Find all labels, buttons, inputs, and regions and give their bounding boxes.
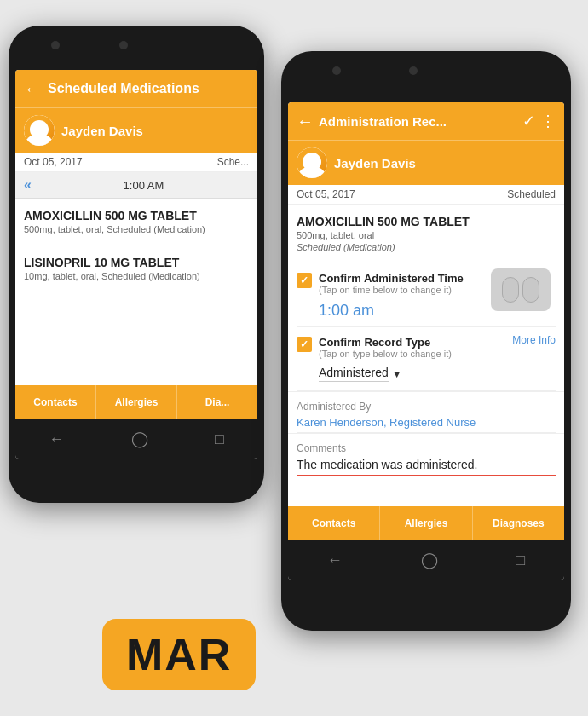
confirm-time-labels: Confirm Administered Time (Tap on time b… bbox=[319, 272, 464, 295]
phone-2-screen: ← Administration Rec... ✓ ⋮ Jayden Davis bbox=[288, 102, 564, 580]
screen-1-content: ← Scheduled Medications Jayden Davis bbox=[15, 70, 257, 459]
phone1-date: Oct 05, 2017 bbox=[24, 156, 83, 168]
phone2-nav-bar: ← ◯ □ bbox=[288, 540, 564, 580]
avatar-body-1 bbox=[26, 134, 52, 146]
back-button-1[interactable]: ← bbox=[24, 79, 41, 99]
phone-1: ← Scheduled Medications Jayden Davis bbox=[9, 26, 264, 503]
med-name-1: AMOXICILLIN 500 MG TABLET bbox=[24, 209, 249, 222]
screen-2-content: ← Administration Rec... ✓ ⋮ Jayden Davis bbox=[288, 102, 564, 580]
confirm-type-labels: Confirm Record Type (Tap on type below t… bbox=[319, 336, 452, 359]
med-item-2[interactable]: LISINOPRIL 10 MG TABLET 10mg, tablet, or… bbox=[15, 245, 257, 292]
phone1-time-row: « 1:00 AM bbox=[15, 172, 257, 199]
phone2-med-detail2: Scheduled (Medication) bbox=[297, 242, 556, 252]
phone1-status: Sche... bbox=[217, 156, 249, 168]
phone2-tab-contacts[interactable]: Contacts bbox=[288, 506, 380, 540]
phone1-avatar bbox=[24, 115, 55, 146]
confirm-type-sublabel: (Tap on type below to change it) bbox=[319, 349, 452, 359]
phone2-med-info: AMOXICILLIN 500 MG TABLET 500mg, tablet,… bbox=[288, 205, 564, 263]
med-name-2: LISINOPRIL 10 MG TABLET bbox=[24, 256, 249, 269]
mar-badge: MAR bbox=[102, 619, 256, 690]
camera-1 bbox=[51, 41, 60, 49]
pill-1 bbox=[502, 277, 519, 303]
confirm-time-checkbox[interactable]: ✓ bbox=[297, 273, 312, 288]
confirm-type-checkbox[interactable]: ✓ bbox=[297, 337, 312, 352]
avatar-inner-1 bbox=[24, 115, 55, 146]
pill-image bbox=[491, 268, 551, 311]
confirm-type-label: Confirm Record Type bbox=[319, 336, 452, 349]
phone2-tab-allergies[interactable]: Allergies bbox=[380, 506, 472, 540]
back-nav-icon-2[interactable]: ← bbox=[327, 551, 343, 569]
avatar-body-2 bbox=[299, 166, 325, 178]
avatar-inner-2 bbox=[297, 147, 327, 178]
phone2-med-detail1: 500mg, tablet, oral bbox=[297, 230, 556, 240]
check-icon[interactable]: ✓ bbox=[522, 112, 535, 130]
admin-by-name: Karen Henderson, Registered Nurse bbox=[297, 416, 556, 429]
check-mark-2: ✓ bbox=[300, 338, 308, 350]
med-detail-2: 10mg, tablet, oral, Scheduled (Medicatio… bbox=[24, 271, 249, 281]
dropdown-value[interactable]: Administered bbox=[319, 366, 389, 382]
comments-label: Comments bbox=[297, 442, 556, 454]
med-detail-1: 500mg, tablet, oral, Scheduled (Medicati… bbox=[24, 224, 249, 234]
administered-by-section: Administered By Karen Henderson, Registe… bbox=[288, 391, 564, 432]
phone2-patient-bar: Jayden Davis bbox=[288, 140, 564, 185]
confirm-time-label: Confirm Administered Time bbox=[319, 272, 464, 285]
phone1-tab-contacts[interactable]: Contacts bbox=[15, 385, 96, 419]
home-nav-icon-2[interactable]: ◯ bbox=[421, 551, 438, 569]
mar-text: MAR bbox=[126, 630, 232, 679]
phone-2: ← Administration Rec... ✓ ⋮ Jayden Davis bbox=[281, 51, 571, 631]
recents-nav-icon-1[interactable]: □ bbox=[215, 430, 224, 448]
back-button-2[interactable]: ← bbox=[297, 112, 314, 131]
phone2-bottom-tabs: Contacts Allergies Diagnoses bbox=[288, 506, 564, 540]
phone2-status: Scheduled bbox=[507, 188, 556, 200]
dropdown-arrow-icon[interactable]: ▼ bbox=[392, 368, 402, 380]
phone1-time: 1:00 AM bbox=[38, 179, 249, 192]
phone-1-screen: ← Scheduled Medications Jayden Davis bbox=[15, 70, 257, 459]
dropdown-row: Administered ▼ bbox=[288, 362, 564, 390]
confirm-time-sublabel: (Tap on time below to change it) bbox=[319, 285, 464, 295]
phone1-nav-bar: ← ◯ □ bbox=[15, 419, 257, 459]
pill-2 bbox=[522, 277, 539, 303]
scene: ← Scheduled Medications Jayden Davis bbox=[0, 0, 588, 716]
phone2-patient-name: Jayden Davis bbox=[334, 156, 416, 170]
phone1-patient-name: Jayden Davis bbox=[61, 124, 143, 138]
confirm-time-section: ✓ Confirm Administered Time (Tap on time… bbox=[288, 263, 564, 326]
phone1-header: ← Scheduled Medications bbox=[15, 70, 257, 107]
phone1-title: Scheduled Medications bbox=[48, 81, 249, 96]
phone2-tab-diagnoses[interactable]: Diagnoses bbox=[473, 506, 564, 540]
camera-2 bbox=[119, 41, 128, 49]
phone1-tab-dia[interactable]: Dia... bbox=[177, 385, 257, 419]
phone2-header: ← Administration Rec... ✓ ⋮ bbox=[288, 102, 564, 140]
camera-3 bbox=[332, 66, 341, 75]
phone2-avatar bbox=[297, 147, 327, 178]
phone2-date: Oct 05, 2017 bbox=[297, 188, 355, 200]
phone2-date-row: Oct 05, 2017 Scheduled bbox=[288, 185, 564, 205]
phone1-patient-bar: Jayden Davis bbox=[15, 107, 257, 153]
phone1-date-row: Oct 05, 2017 Sche... bbox=[15, 153, 257, 172]
check-mark-1: ✓ bbox=[300, 274, 308, 286]
med-item-1[interactable]: AMOXICILLIN 500 MG TABLET 500mg, tablet,… bbox=[15, 199, 257, 245]
confirm-type-section: ✓ Confirm Record Type (Tap on type below… bbox=[288, 327, 564, 390]
comments-section: Comments The medication was administered… bbox=[288, 433, 564, 480]
phone2-med-name: AMOXICILLIN 500 MG TABLET bbox=[297, 215, 556, 228]
back-nav-icon-1[interactable]: ← bbox=[49, 430, 64, 448]
admin-by-label: Administered By bbox=[297, 401, 556, 413]
home-nav-icon-1[interactable]: ◯ bbox=[131, 430, 148, 448]
camera-4 bbox=[409, 66, 418, 75]
comment-text[interactable]: The medication was administered. bbox=[297, 458, 556, 476]
phone1-bottom-tabs: Contacts Allergies Dia... bbox=[15, 385, 257, 419]
recents-nav-icon-2[interactable]: □ bbox=[516, 551, 525, 569]
more-icon[interactable]: ⋮ bbox=[540, 112, 556, 130]
more-info-link[interactable]: More Info bbox=[512, 334, 556, 346]
chevron-left-icon[interactable]: « bbox=[24, 177, 32, 193]
phone1-tab-allergies[interactable]: Allergies bbox=[96, 385, 177, 419]
phone2-title: Administration Rec... bbox=[319, 114, 517, 129]
pills bbox=[502, 277, 539, 303]
